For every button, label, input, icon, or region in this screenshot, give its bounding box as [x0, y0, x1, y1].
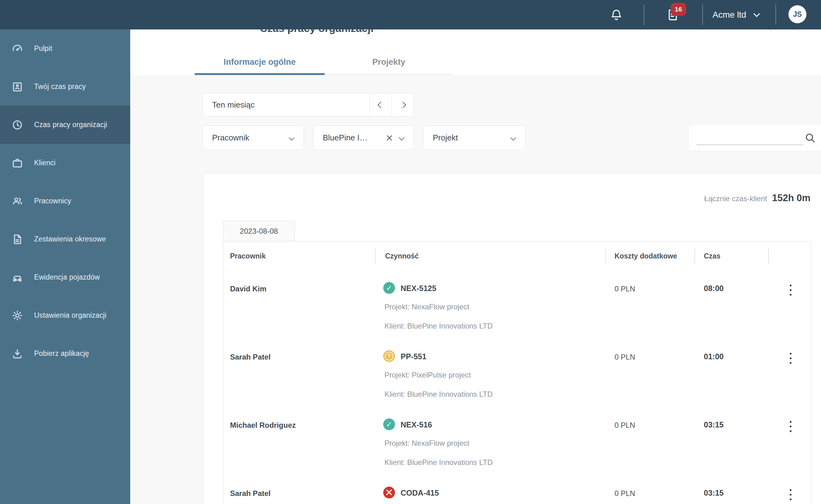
row-menu-button[interactable] — [784, 348, 797, 368]
row-menu-button[interactable] — [784, 280, 797, 300]
company-name: Acme ltd — [712, 10, 746, 20]
time-value: 03:15 — [704, 489, 724, 497]
extra-cost: 0 PLN — [615, 489, 635, 498]
project-filter-dropdown[interactable]: Projekt — [423, 126, 526, 150]
extra-cost: 0 PLN — [615, 353, 635, 361]
employee-filter-dropdown[interactable]: Pracownik — [202, 126, 304, 150]
clear-filter-icon[interactable]: × — [386, 132, 393, 144]
report-icon — [11, 233, 24, 245]
employee-name: David Kim — [230, 285, 266, 293]
bell-icon — [609, 8, 624, 22]
next-period-button[interactable] — [392, 93, 414, 116]
task-code: NEX-5125 — [401, 284, 436, 293]
client-line: Klient: BluePine Innovations LTD — [384, 322, 493, 330]
date-tab[interactable]: 2023-08-08 — [223, 221, 295, 241]
tab-informacje-ogolne[interactable]: Informacje ogólne — [195, 53, 325, 71]
column-header-czas: Czas — [704, 252, 721, 260]
client-filter-value: BluePine I… — [313, 133, 386, 143]
chevron-right-icon — [399, 101, 406, 108]
status-question-icon: ? — [383, 350, 395, 362]
tab-label: Projekty — [372, 57, 406, 67]
row-menu-button[interactable] — [784, 417, 797, 436]
avatar-initials: JS — [793, 10, 802, 19]
topbar-divider — [644, 4, 644, 25]
company-switcher[interactable]: Acme ltd — [712, 0, 759, 29]
status-done-icon: ✓ — [383, 418, 395, 430]
sidebar-item-label: Pulpit — [34, 44, 52, 53]
previous-period-button[interactable] — [370, 93, 392, 116]
time-value: 08:00 — [704, 284, 724, 293]
sidebar-item-twoj-czas-pracy[interactable]: Twój czas pracy — [0, 68, 130, 106]
chevron-down-icon — [289, 135, 294, 140]
active-tab-indicator — [195, 73, 325, 75]
results-card: Łącznie czas-klient 152h 0m 2023-08-08 P… — [203, 174, 821, 504]
sidebar-item-pulpit[interactable]: Pulpit — [0, 29, 130, 68]
time-value: 01:00 — [704, 352, 724, 361]
top-bar: 16 Acme ltd JS — [0, 0, 821, 29]
notification-count-badge: 16 — [671, 3, 686, 16]
table-row: Michael Rodriguez ✓ NEX-516 Projekt: Nex… — [223, 410, 811, 478]
column-header-koszty: Koszty dodatkowe — [615, 252, 677, 260]
chevron-down-icon — [510, 135, 516, 140]
client-filter-dropdown[interactable]: BluePine I… × — [313, 126, 414, 150]
employee-name: Michael Rodriguez — [230, 421, 296, 430]
topbar-divider — [775, 4, 776, 25]
period-selector[interactable]: Ten miesiąc — [202, 93, 414, 117]
status-glyph: ✓ — [386, 284, 392, 292]
sidebar-item-label: Ewidencja pojazdów — [34, 273, 100, 281]
sidebar-item-ustawienia-organizacji[interactable]: Ustawienia organizacji — [0, 296, 130, 334]
sidebar: Pulpit Twój czas pracy Czas pracy organi… — [0, 29, 130, 504]
column-header-czynnosc: Czynność — [385, 252, 419, 260]
tab-label: Informacje ogólne — [224, 57, 296, 67]
tab-projekty[interactable]: Projekty — [325, 53, 453, 71]
employee-name: Sarah Patel — [230, 489, 271, 498]
chevron-down-icon — [753, 11, 760, 17]
status-done-icon: ✓ — [383, 282, 395, 294]
status-glyph: ✕ — [385, 487, 393, 498]
dashboard-icon — [11, 42, 24, 55]
chevron-down-icon — [399, 135, 404, 140]
clock-icon — [11, 119, 24, 131]
sidebar-item-label: Pracownicy — [34, 197, 71, 205]
column-divider — [375, 248, 375, 264]
column-divider — [605, 248, 606, 264]
search-input[interactable] — [697, 130, 803, 145]
briefcase-icon — [11, 157, 24, 169]
status-glyph: ✓ — [386, 420, 392, 429]
sidebar-item-label: Klienci — [34, 159, 55, 167]
table-row: David Kim ✓ NEX-5125 Projekt: NexaFlow p… — [223, 273, 811, 342]
sidebar-item-czas-pracy-organizacji[interactable]: Czas pracy organizacji — [0, 106, 130, 144]
sidebar-item-zestawienia-okresowe[interactable]: Zestawienia okresowe — [0, 220, 130, 258]
download-icon — [11, 347, 24, 360]
sidebar-item-label: Ustawienia organizacji — [34, 311, 106, 320]
total-summary-value: 152h 0m — [772, 192, 810, 204]
notifications-button[interactable] — [605, 0, 628, 29]
sidebar-item-ewidencja-pojazdow[interactable]: Ewidencja pojazdów — [0, 258, 130, 296]
sidebar-item-klienci[interactable]: Klienci — [0, 144, 130, 182]
column-header-pracownik: Pracownik — [230, 252, 266, 260]
app-window: 16 Acme ltd JS Pulpit Twój czas pracy — [0, 0, 821, 504]
total-summary: Łącznie czas-klient 152h 0m — [704, 192, 810, 204]
task-code: CODA-415 — [401, 489, 439, 497]
avatar[interactable]: JS — [788, 5, 806, 23]
task-code: PP-551 — [401, 352, 426, 361]
table-row: Sarah Patel ? PP-551 Projekt: PixelPulse… — [223, 342, 811, 410]
extra-cost: 0 PLN — [615, 285, 635, 293]
topbar-divider — [702, 4, 703, 25]
sidebar-item-pobierz-aplikacje[interactable]: Pobierz aplikację — [0, 334, 130, 373]
sidebar-item-label: Czas pracy organizacji — [34, 121, 107, 129]
project-filter-label: Projekt — [424, 133, 511, 143]
car-icon — [11, 271, 24, 284]
task-code: NEX-516 — [401, 420, 432, 429]
sidebar-item-pracownicy[interactable]: Pracownicy — [0, 182, 130, 220]
period-label: Ten miesiąc — [203, 100, 370, 110]
table-row: Sarah Patel ✕ CODA-415 0 PLN 03:15 — [223, 478, 811, 504]
search-icon[interactable] — [804, 132, 816, 144]
sidebar-item-label: Zestawienia okresowe — [34, 235, 106, 243]
time-entries-table: Pracownik Czynność Koszty dodatkowe Czas… — [223, 241, 811, 504]
status-error-icon: ✕ — [383, 487, 395, 498]
client-line: Klient: BluePine Innovations LTD — [384, 390, 493, 399]
extra-cost: 0 PLN — [615, 421, 635, 430]
row-menu-button[interactable] — [784, 485, 797, 504]
sidebar-item-label: Pobierz aplikację — [34, 349, 89, 358]
